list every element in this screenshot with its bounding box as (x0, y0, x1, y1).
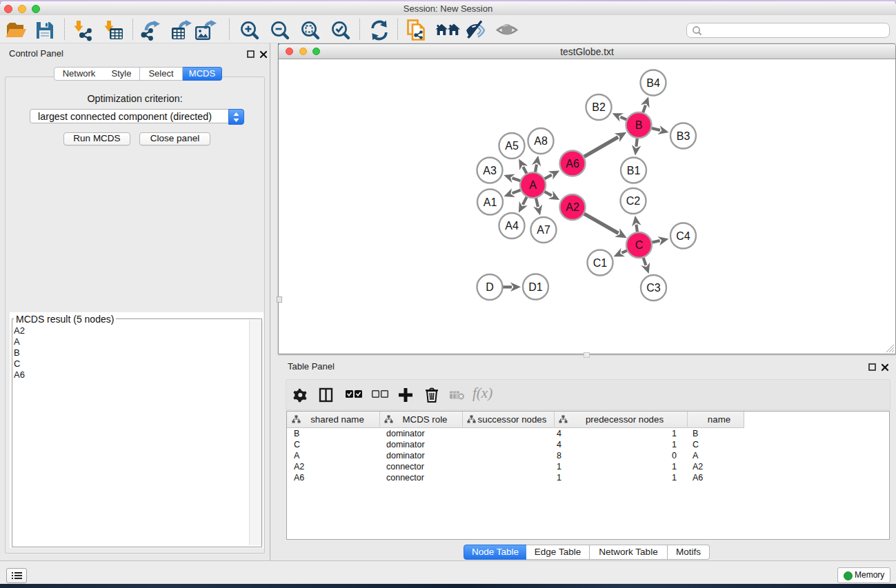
svg-text:B3: B3 (677, 130, 690, 142)
svg-text:A5: A5 (505, 140, 519, 152)
svg-text:B4: B4 (646, 77, 660, 89)
svg-text:C3: C3 (646, 282, 661, 294)
svg-text:A8: A8 (534, 135, 548, 147)
svg-text:B: B (635, 119, 643, 131)
svg-text:A4: A4 (505, 220, 519, 232)
svg-text:A2: A2 (566, 201, 579, 213)
svg-text:A6: A6 (566, 158, 579, 170)
svg-text:D1: D1 (528, 281, 543, 293)
svg-text:D: D (486, 281, 494, 293)
svg-text:C4: C4 (676, 230, 690, 242)
svg-text:B2: B2 (592, 101, 606, 113)
svg-text:C2: C2 (626, 195, 641, 207)
svg-text:B1: B1 (627, 165, 641, 176)
svg-text:A1: A1 (484, 196, 497, 208)
svg-text:C1: C1 (593, 257, 608, 269)
svg-text:A7: A7 (537, 224, 550, 236)
svg-text:A3: A3 (483, 165, 497, 176)
svg-text:A: A (529, 179, 537, 191)
svg-text:C: C (635, 239, 644, 251)
